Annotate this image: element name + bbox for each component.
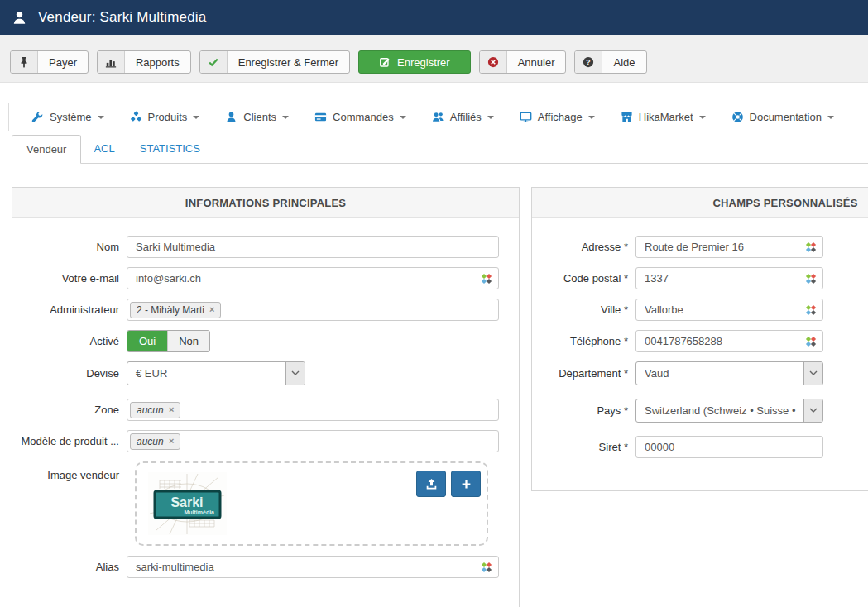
display-icon xyxy=(520,111,532,123)
chevron-down-icon xyxy=(193,116,199,119)
adresse-input[interactable] xyxy=(635,236,823,258)
select-arrow xyxy=(803,399,822,422)
menu-item-commandes[interactable]: Commandes xyxy=(314,111,406,123)
code-postal-input[interactable] xyxy=(635,267,823,289)
menu-item-label: Clients xyxy=(243,111,276,123)
chip-remove-icon[interactable]: × xyxy=(169,405,174,414)
store-icon xyxy=(621,111,633,123)
chip-remove-icon[interactable]: × xyxy=(169,437,174,446)
zone-tag-input[interactable]: aucun× xyxy=(127,399,499,421)
cancel-button[interactable]: Annuler xyxy=(479,50,567,74)
departement-select[interactable]: Vaud xyxy=(635,361,823,385)
menu-item-label: Affiliés xyxy=(450,111,482,123)
panel-champs-personnalises: CHAMPS PERSONNALISÉS Adresse * Code post… xyxy=(531,187,868,491)
menu-item-documentation[interactable]: Documentation xyxy=(731,111,834,123)
menu-item-hikamarket[interactable]: HikaMarket xyxy=(621,111,706,123)
check-icon xyxy=(200,51,228,73)
admin-chip: 2 - Mihàly Marti× xyxy=(130,302,221,318)
menu-item-label: Commandes xyxy=(333,111,394,123)
field-label: Activé xyxy=(12,335,127,347)
tab-statistics[interactable]: STATISTICS xyxy=(127,135,213,163)
upload-image-button[interactable] xyxy=(416,471,446,497)
admin-tag-input[interactable]: 2 - Mihàly Marti× xyxy=(127,299,499,321)
cancel-button-label: Annuler xyxy=(507,51,566,73)
field-label: Département * xyxy=(532,367,635,380)
translate-diamonds-icon[interactable] xyxy=(481,562,492,573)
field-label: Alias xyxy=(12,561,127,573)
field-nom: Nom xyxy=(12,236,519,258)
email-input[interactable] xyxy=(127,267,499,289)
field-label: Zone xyxy=(12,404,127,416)
menu-item-label: Système xyxy=(50,111,92,123)
help-button-label: Aide xyxy=(602,51,645,73)
translate-diamonds-icon[interactable] xyxy=(805,336,817,347)
ville-input[interactable] xyxy=(635,299,823,321)
translate-diamonds-icon[interactable] xyxy=(805,273,817,284)
translate-diamonds-icon[interactable] xyxy=(805,241,817,253)
field-adresse: Adresse * xyxy=(532,236,868,258)
modele-tag-input[interactable]: aucun× xyxy=(127,430,499,452)
field-modele-produit: Modèle de produit ... aucun× xyxy=(12,430,519,452)
field-label: Pays * xyxy=(532,404,635,417)
upload-icon xyxy=(425,478,438,490)
help-button[interactable]: ? Aide xyxy=(574,50,646,74)
telephone-input[interactable] xyxy=(635,330,823,352)
menu-item-label: Affichage xyxy=(538,111,583,123)
field-siret: Siret * xyxy=(532,436,868,458)
save-close-button[interactable]: Enregistrer & Fermer xyxy=(199,50,350,74)
chevron-down-icon xyxy=(291,370,300,376)
field-label: Image vendeur xyxy=(12,461,127,481)
siret-input[interactable] xyxy=(635,436,823,458)
pays-select[interactable]: Switzerland (Schweiz • Suisse • xyxy=(635,399,823,423)
svg-text:Sarki: Sarki xyxy=(170,495,203,509)
image-dropzone[interactable]: Sarki Multimédia xyxy=(135,461,488,546)
tab-vendeur[interactable]: Vendeur xyxy=(12,135,81,164)
field-departement: Département * Vaud xyxy=(532,361,868,385)
field-ville: Ville * xyxy=(532,299,868,321)
reports-button[interactable]: Rapports xyxy=(97,50,191,74)
select-arrow xyxy=(285,362,305,385)
menu-item-clients[interactable]: Clients xyxy=(225,111,289,123)
plus-icon xyxy=(460,478,472,490)
menu-item-produits[interactable]: Produits xyxy=(130,111,200,123)
pay-button-label: Payer xyxy=(38,51,88,73)
life-ring-icon xyxy=(731,111,744,123)
chevron-down-icon xyxy=(827,116,834,119)
cancel-circle-icon xyxy=(480,51,507,73)
toggle-yes[interactable]: Oui xyxy=(127,331,167,351)
translate-diamonds-icon[interactable] xyxy=(805,304,817,316)
devise-select[interactable]: € EUR xyxy=(127,361,305,385)
alias-input[interactable] xyxy=(127,556,499,578)
pay-button[interactable]: Payer xyxy=(10,50,89,74)
field-label: Devise xyxy=(12,367,127,380)
tab-bar: Vendeur ACL STATISTICS xyxy=(12,135,868,164)
translate-diamonds-icon[interactable] xyxy=(481,273,492,284)
field-devise: Devise € EUR xyxy=(12,361,519,385)
menu-item-label: Produits xyxy=(148,111,188,123)
page-title: Vendeur: Sarki Multimedia xyxy=(38,9,206,26)
toggle-no[interactable]: Non xyxy=(167,331,209,351)
panel-informations-principales: INFORMATIONS PRINCIPALES Nom Votre e-mai… xyxy=(12,187,520,607)
pays-selected-value: Switzerland (Schweiz • Suisse • xyxy=(636,399,803,422)
zone-chip: aucun× xyxy=(130,402,180,418)
panel-title: INFORMATIONS PRINCIPALES xyxy=(12,188,519,218)
bar-chart-icon xyxy=(98,51,125,73)
main-menu: Système Produits Clients Commandes Affil… xyxy=(8,103,868,131)
field-email: Votre e-mail xyxy=(12,267,519,289)
field-label: Administrateur xyxy=(12,304,127,316)
chip-remove-icon[interactable]: × xyxy=(209,305,214,314)
chevron-down-icon xyxy=(809,408,818,413)
nom-input[interactable] xyxy=(127,236,499,258)
menu-item-affichage[interactable]: Affichage xyxy=(520,111,595,123)
menu-item-affilies[interactable]: Affiliés xyxy=(432,111,494,123)
user-icon xyxy=(225,111,237,123)
field-alias: Alias xyxy=(12,556,519,578)
chevron-down-icon xyxy=(588,116,595,119)
pin-icon xyxy=(11,51,38,73)
save-button[interactable]: Enregistrer xyxy=(358,50,471,74)
tab-acl[interactable]: ACL xyxy=(81,135,127,163)
menu-item-systeme[interactable]: Système xyxy=(31,111,104,123)
field-label: Nom xyxy=(12,241,127,253)
page: Vendeur: Sarki Multimedia Payer Rapports… xyxy=(0,0,868,607)
add-image-button[interactable] xyxy=(451,471,481,497)
